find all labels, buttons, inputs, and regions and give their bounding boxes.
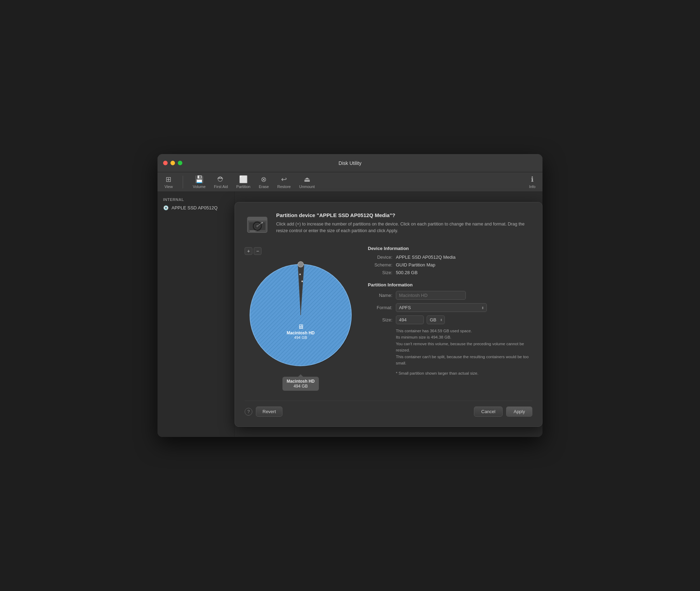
scheme-row: Scheme: GUID Partition Map <box>368 262 532 267</box>
help-button[interactable]: ? <box>245 408 252 416</box>
main-content: Internal 💿 APPLE SSD AP0512Q <box>158 192 542 437</box>
info-panel: Device Information Device: APPLE SSD AP0… <box>368 246 532 382</box>
maximize-button[interactable] <box>178 161 182 165</box>
close-button[interactable] <box>163 161 168 165</box>
volume-icon: 💾 <box>195 175 204 183</box>
cancel-label: Cancel <box>481 409 495 414</box>
unmount-icon: ⏏ <box>304 175 310 183</box>
toolbar-info-label: Info <box>529 185 536 189</box>
toolbar: ⊞ View 💾 Volume ⛑ First Aid ⬜ Partition … <box>158 172 542 192</box>
revert-button[interactable]: Revert <box>256 406 282 417</box>
unit-select[interactable]: GB MB TB <box>427 315 445 324</box>
pie-partition-label: 🖥 Macintosh HD 494 GB <box>287 323 315 340</box>
toolbar-erase[interactable]: ⊗ Erase <box>259 175 269 189</box>
remove-partition-button[interactable]: − <box>254 247 261 255</box>
toolbar-unmount[interactable]: ⏏ Unmount <box>299 175 315 189</box>
toolbar-info[interactable]: ℹ Info <box>529 175 536 189</box>
modal-backdrop: Partition device "APPLE SSD AP0512Q Medi… <box>234 192 542 437</box>
modal-title-area: Partition device "APPLE SSD AP0512Q Medi… <box>276 212 532 234</box>
app-window: Disk Utility ⊞ View 💾 Volume ⛑ First Aid… <box>158 154 542 437</box>
modal-footer: ? Revert Cancel Apply <box>245 401 532 417</box>
svg-text:*: * <box>299 273 301 278</box>
name-field-label: Name: <box>368 293 392 298</box>
size-notes: This container has 364.59 GB used space.… <box>368 328 532 366</box>
toolbar-partition-label: Partition <box>236 185 250 189</box>
note-line3: You can't remove this volume, because th… <box>396 341 532 354</box>
pie-chart-area: + − <box>245 246 357 391</box>
info-icon: ℹ <box>531 175 534 183</box>
partition-modal: Partition device "APPLE SSD AP0512Q Medi… <box>234 202 542 427</box>
sidebar-internal-label: Internal <box>158 196 234 203</box>
sidebar-item-disk[interactable]: 💿 APPLE SSD AP0512Q <box>158 203 234 213</box>
unit-select-wrapper: GB MB TB ⬍ <box>427 315 445 324</box>
name-field-input[interactable] <box>396 291 466 300</box>
size-field-input[interactable] <box>396 315 424 324</box>
size-field-row: Size: GB MB TB <box>368 315 532 324</box>
modal-title: Partition device "APPLE SSD AP0512Q Medi… <box>276 212 532 218</box>
device-row: Device: APPLE SSD AP0512Q Media <box>368 255 532 260</box>
note-line1: This container has 364.59 GB used space. <box>396 328 532 334</box>
small-partition-note: * Small partition shown larger than actu… <box>368 371 532 375</box>
pie-partition-size: 494 GB <box>287 335 315 340</box>
partition-tooltip: Macintosh HD 494 GB <box>282 377 319 391</box>
pie-partition-name: Macintosh HD <box>287 331 315 335</box>
svg-text:*: * <box>301 280 303 285</box>
window-title: Disk Utility <box>338 160 361 166</box>
format-field-row: Format: APFS Mac OS Extended (Journaled)… <box>368 303 532 312</box>
size-field-label: Size: <box>368 317 392 322</box>
toolbar-restore-label: Restore <box>277 185 291 189</box>
scheme-label: Scheme: <box>368 262 392 267</box>
toolbar-view-label: View <box>164 185 173 189</box>
note-line2: Its minimum size is 494.38 GB. <box>396 334 532 340</box>
svg-point-20 <box>298 262 303 267</box>
partition-icon: ⬜ <box>239 175 248 183</box>
add-partition-button[interactable]: + <box>245 247 252 255</box>
modal-header: Partition device "APPLE SSD AP0512Q Medi… <box>245 212 532 237</box>
pie-partition-icon: 🖥 <box>287 323 315 331</box>
pie-container[interactable]: * * Macintosh HD 494 GB 🖥 Macintosh H <box>245 259 357 371</box>
note-line4: This container can't be split, because t… <box>396 354 532 367</box>
svg-rect-10 <box>251 231 252 231</box>
footer-right-buttons: Cancel Apply <box>474 406 532 417</box>
cancel-button[interactable]: Cancel <box>474 406 503 417</box>
svg-rect-13 <box>254 231 255 231</box>
restore-icon: ↩ <box>281 175 287 183</box>
sidebar-disk-name: APPLE SSD AP0512Q <box>172 205 218 210</box>
toolbar-partition[interactable]: ⬜ Partition <box>236 175 250 189</box>
device-value: APPLE SSD AP0512Q Media <box>396 255 456 260</box>
toolbar-firstaid[interactable]: ⛑ First Aid <box>214 175 228 189</box>
disk-sidebar-icon: 💿 <box>163 205 169 210</box>
modal-description: Click add (+) to increase the number of … <box>276 221 532 234</box>
format-field-label: Format: <box>368 305 392 310</box>
size-row: Size: 500.28 GB <box>368 270 532 275</box>
toolbar-firstaid-label: First Aid <box>214 185 228 189</box>
toolbar-view[interactable]: ⊞ View <box>164 175 173 189</box>
scheme-value: GUID Partition Map <box>396 262 435 267</box>
device-info-title: Device Information <box>368 246 532 251</box>
erase-icon: ⊗ <box>261 175 267 183</box>
modal-body: + − <box>245 246 532 391</box>
disk-drive-icon <box>245 212 270 237</box>
firstaid-icon: ⛑ <box>217 175 224 183</box>
traffic-lights <box>163 161 182 165</box>
toolbar-volume[interactable]: 💾 Volume <box>193 175 206 189</box>
device-label: Device: <box>368 255 392 260</box>
apply-label: Apply <box>513 409 525 414</box>
minimize-button[interactable] <box>170 161 175 165</box>
view-icon: ⊞ <box>166 175 172 183</box>
apply-button[interactable]: Apply <box>506 406 532 417</box>
add-remove-buttons: + − <box>245 247 261 255</box>
toolbar-restore[interactable]: ↩ Restore <box>277 175 291 189</box>
format-select[interactable]: APFS Mac OS Extended (Journaled) Mac OS … <box>396 303 487 312</box>
content-area: Partition device "APPLE SSD AP0512Q Medi… <box>234 192 542 437</box>
partition-info-section: Partition Information Name: Format: <box>368 282 532 375</box>
toolbar-divider <box>183 176 183 188</box>
svg-rect-11 <box>252 231 253 231</box>
footer-left-buttons: ? Revert <box>245 406 282 417</box>
format-select-wrapper: APFS Mac OS Extended (Journaled) Mac OS … <box>396 303 487 312</box>
svg-rect-1 <box>247 217 267 221</box>
svg-rect-9 <box>250 231 251 231</box>
total-size-value: 500.28 GB <box>396 270 418 275</box>
help-icon: ? <box>247 409 250 414</box>
total-size-label: Size: <box>368 270 392 275</box>
